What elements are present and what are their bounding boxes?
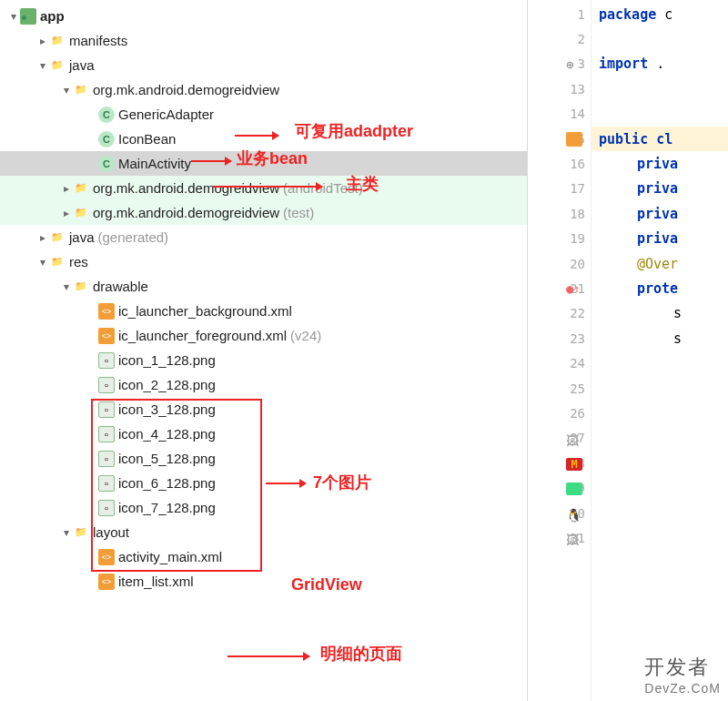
- tree-row-layout[interactable]: 📁 layout: [0, 520, 527, 544]
- folder-icon: 📁: [49, 254, 66, 270]
- tree-label: drawable: [93, 279, 148, 294]
- xml-gutter-icon: [566, 132, 582, 147]
- tree-row-pkg-test[interactable]: 📁 org.mk.android.demogreidview (test): [0, 200, 527, 225]
- resource-thumb-icon: 🖼: [566, 531, 582, 545]
- gutter-line: 24: [528, 350, 591, 375]
- tree-label: item_list.xml: [118, 574, 194, 589]
- resource-thumb-icon: 🐧: [566, 506, 582, 521]
- gutter-line: 1: [528, 2, 591, 26]
- gutter-line: 2: [528, 26, 591, 51]
- tree-row-icon[interactable]: ▫icon_2_128.png: [0, 372, 527, 397]
- chevron-down-icon[interactable]: [60, 526, 73, 539]
- chevron-down-icon[interactable]: [60, 84, 73, 97]
- tree-label: icon_5_128.png: [118, 451, 216, 466]
- class-icon: C: [98, 107, 115, 123]
- image-icon: ▫: [98, 475, 115, 492]
- gutter-line: 20: [528, 251, 591, 276]
- tree-row-mainactivity[interactable]: C MainActivity: [0, 151, 527, 176]
- xml-icon: <>: [98, 328, 115, 344]
- project-tree[interactable]: app 📁 manifests 📁 java 📁 org.mk.android.…: [0, 0, 528, 701]
- gutter-line: 28M: [528, 451, 591, 475]
- chevron-right-icon[interactable]: [36, 231, 49, 244]
- chevron-down-icon[interactable]: [7, 10, 20, 23]
- code-kw: import: [599, 56, 648, 72]
- tree-label: icon_6_128.png: [118, 475, 216, 491]
- folder-icon: 📁: [73, 524, 89, 541]
- tree-row-iconbean[interactable]: C IconBean: [0, 127, 527, 151]
- fold-plus-icon[interactable]: ⊕: [566, 57, 582, 72]
- tree-row-res[interactable]: 📁 res: [0, 249, 527, 274]
- tree-label: GenericAdapter: [118, 107, 214, 122]
- override-up-icon[interactable]: ●↑: [566, 281, 582, 296]
- tree-row-icon[interactable]: ▫icon_1_128.png: [0, 348, 527, 372]
- image-icon: ▫: [98, 451, 115, 467]
- tree-label: res: [69, 254, 88, 269]
- tree-row-pkg-main[interactable]: 📁 org.mk.android.demogreidview: [0, 77, 527, 102]
- resource-thumb-icon: M: [566, 456, 582, 471]
- tree-row-icon[interactable]: ▫icon_4_128.png: [0, 422, 527, 446]
- gutter-line: 26: [528, 401, 591, 425]
- gutter-line: 18: [528, 201, 591, 226]
- tree-row-genericadapter[interactable]: C GenericAdapter: [0, 102, 527, 127]
- gutter-line: 14: [528, 102, 591, 127]
- tree-row-manifests[interactable]: 📁 manifests: [0, 28, 527, 53]
- folder-icon: 📁: [49, 33, 66, 49]
- xml-icon: <>: [98, 303, 115, 320]
- tree-row-drawable[interactable]: 📁 drawable: [0, 274, 527, 299]
- tree-label: ic_launcher_foreground.xml: [118, 328, 287, 343]
- tree-row-icon[interactable]: ▫icon_3_128.png: [0, 397, 527, 422]
- package-icon: 📁: [73, 180, 89, 197]
- gutter-line: 3⊕: [528, 52, 591, 76]
- gutter-line: 16: [528, 151, 591, 176]
- xml-icon: <>: [98, 574, 115, 590]
- folder-icon: 📁: [73, 279, 89, 295]
- tree-suffix: (v24): [290, 328, 321, 343]
- tree-row-app[interactable]: app: [0, 4, 527, 28]
- tree-label: IconBean: [118, 131, 176, 147]
- tree-row-item-list[interactable]: <> item_list.xml: [0, 569, 527, 594]
- chevron-right-icon[interactable]: [60, 182, 73, 195]
- tree-label: icon_4_128.png: [118, 426, 216, 442]
- tree-label: org.mk.android.demogreidview: [93, 205, 279, 220]
- tree-row-icon[interactable]: ▫icon_6_128.png: [0, 471, 527, 495]
- image-icon: ▫: [98, 352, 115, 369]
- code-area[interactable]: package c import . public cl priva priva…: [592, 0, 728, 701]
- tree-row-activity-main[interactable]: <> activity_main.xml: [0, 544, 527, 569]
- annot-detailpage: 明细的页面: [320, 643, 402, 665]
- gutter-line: 15: [528, 127, 591, 151]
- chevron-right-icon[interactable]: [36, 35, 49, 47]
- tree-row-java[interactable]: 📁 java: [0, 53, 527, 77]
- chevron-down-icon[interactable]: [60, 280, 73, 293]
- tree-row-pkg-androidtest[interactable]: 📁 org.mk.android.demogreidview (androidT…: [0, 176, 527, 200]
- gutter-line: 19: [528, 227, 591, 251]
- gutter-line: 30🐧: [528, 501, 591, 525]
- gutter-line: 22: [528, 301, 591, 326]
- module-icon: [20, 8, 36, 25]
- package-icon: 📁: [73, 205, 89, 221]
- code-editor[interactable]: 123⊕131415161718192021●↑222324252627🖼28M…: [528, 0, 728, 701]
- gutter-line: 27🖼: [528, 426, 591, 451]
- resource-thumb-icon: 🖼: [566, 432, 582, 446]
- chevron-down-icon[interactable]: [36, 59, 49, 72]
- tree-suffix: (androidTest): [283, 180, 363, 196]
- gutter-line: 21●↑: [528, 276, 591, 300]
- resource-thumb-icon: [566, 481, 582, 495]
- image-icon: ▫: [98, 377, 115, 393]
- image-icon: ▫: [98, 426, 115, 442]
- tree-label: org.mk.android.demogreidview: [93, 180, 279, 196]
- annot-arrow: [228, 655, 309, 657]
- tree-row-xml-bg[interactable]: <> ic_launcher_background.xml: [0, 299, 527, 323]
- tree-label: java: [69, 57, 95, 73]
- gutter-line: 29: [528, 475, 591, 500]
- tree-row-icon[interactable]: ▫icon_5_128.png: [0, 446, 527, 471]
- class-icon: C: [98, 131, 115, 147]
- chevron-down-icon[interactable]: [36, 256, 49, 269]
- tree-row-java-gen[interactable]: 📁 java (generated): [0, 225, 527, 249]
- tree-row-xml-fg[interactable]: <> ic_launcher_foreground.xml (v24): [0, 323, 527, 348]
- tree-label: app: [40, 8, 65, 24]
- tree-row-icon[interactable]: ▫icon_7_128.png: [0, 495, 527, 520]
- tree-label: manifests: [69, 33, 127, 48]
- chevron-right-icon[interactable]: [60, 207, 73, 219]
- tree-label: icon_3_128.png: [118, 401, 216, 417]
- tree-label: icon_7_128.png: [118, 500, 216, 515]
